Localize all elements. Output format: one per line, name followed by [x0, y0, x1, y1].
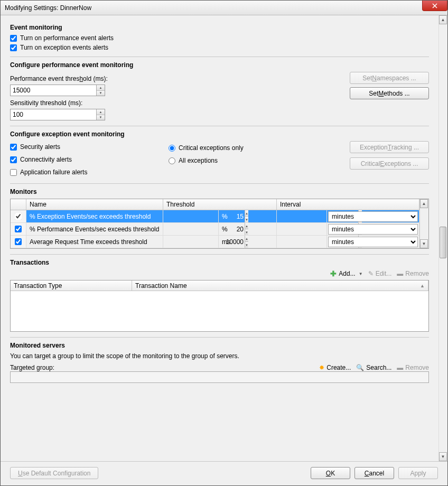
col-name[interactable]: Name	[26, 199, 163, 210]
remove-icon: ▬	[397, 270, 403, 277]
excep-alerts-checkbox[interactable]	[10, 44, 17, 51]
sensitivity-spinner[interactable]: ▲▼	[10, 109, 105, 120]
row-interval: ▲▼	[277, 223, 327, 235]
set-namespaces-button[interactable]: Set Namespaces ...	[350, 72, 429, 84]
search-group-button[interactable]: 🔍 Search...	[356, 364, 391, 371]
table-row[interactable]: % Performance Events/sec exceeds thresho…	[11, 223, 419, 236]
threshold-spinner[interactable]: ▲▼	[163, 236, 218, 248]
col-check	[11, 199, 26, 210]
critical-exceptions-button[interactable]: Critical Exceptions ...	[350, 157, 429, 170]
interval-spinner[interactable]: ▲▼	[277, 236, 326, 248]
row-name: % Exception Events/sec exceeds threshold	[26, 210, 163, 222]
interval-unit-select[interactable]: minutes	[328, 211, 418, 222]
all-exceptions-label: All exceptions	[179, 157, 218, 164]
divider	[10, 254, 429, 255]
scroll-up-icon[interactable]: ▲	[439, 15, 447, 24]
row-threshold: ▲▼	[163, 210, 219, 222]
connectivity-alerts-checkbox[interactable]	[10, 156, 17, 163]
window-title: Modifying Settings: DinnerNow	[5, 4, 91, 12]
interval-unit-select[interactable]: minutes	[328, 237, 418, 247]
divider	[10, 57, 429, 57]
col-threshold[interactable]: Threshold	[163, 199, 277, 210]
row-threshold-unit: %	[219, 210, 277, 222]
table-row[interactable]: % Exception Events/sec exceeds threshold…	[11, 210, 419, 223]
targeted-group-label: Targeted group:	[10, 364, 54, 371]
scroll-thumb[interactable]	[440, 227, 446, 258]
app-failure-alerts-checkbox[interactable]	[10, 169, 17, 176]
transactions-heading: Transactions	[10, 259, 429, 266]
add-transaction-button[interactable]: ✚ Add... ▼	[330, 269, 362, 278]
remove-group-button[interactable]: ▬ Remove	[397, 364, 429, 371]
col-transaction-name-label: Transaction Name	[135, 282, 187, 289]
remove-icon: ▬	[397, 364, 403, 371]
row-interval: ▲▼	[277, 210, 327, 222]
perf-threshold-input[interactable]	[11, 85, 96, 96]
row-checkbox[interactable]	[15, 213, 22, 220]
edit-transaction-button[interactable]: ✎ Edit...	[368, 270, 392, 277]
spinner-buttons[interactable]: ▲▼	[96, 85, 105, 96]
interval-spinner[interactable]: ▲▼	[277, 210, 326, 222]
table-row[interactable]: Average Request Time exceeds threshold▲▼…	[11, 236, 419, 248]
use-default-config-button[interactable]: Use Default Configuration	[10, 467, 98, 479]
app-failure-alerts-label: Application failure alerts	[20, 169, 87, 176]
threshold-spinner[interactable]: ▲▼	[163, 223, 218, 235]
col-transaction-name[interactable]: Transaction Name ▲	[132, 281, 428, 291]
interval-unit-select[interactable]: minutes	[328, 224, 418, 235]
all-exceptions-radio[interactable]	[169, 157, 175, 164]
connectivity-alerts-label: Connectivity alerts	[20, 156, 72, 163]
create-label: Create...	[326, 364, 351, 371]
monitored-servers-heading: Monitored servers	[10, 342, 429, 349]
security-alerts-label: Security alerts	[20, 143, 60, 151]
col-interval[interactable]: Interval	[277, 199, 419, 210]
security-alerts-checkbox[interactable]	[10, 144, 17, 151]
excep-config-heading: Configure exception event monitoring	[10, 130, 429, 138]
row-interval-unit: minutes	[327, 236, 419, 248]
main-scrollbar[interactable]: ▲ ▼	[438, 15, 447, 461]
close-button[interactable]	[422, 1, 447, 11]
add-label: Add...	[339, 270, 355, 277]
targeted-group-input[interactable]	[10, 371, 429, 383]
edit-label: Edit...	[376, 270, 392, 277]
row-interval: ▲▼	[277, 236, 327, 248]
excep-alerts-label: Turn on exception events alerts	[20, 44, 108, 51]
row-threshold-unit: ms	[219, 236, 277, 248]
dialog-window: Modifying Settings: DinnerNow Event moni…	[0, 0, 448, 486]
row-checkbox[interactable]	[15, 226, 22, 232]
cancel-button[interactable]: Cancel	[354, 467, 394, 479]
col-transaction-type[interactable]: Transaction Type	[11, 281, 132, 291]
scroll-up-icon[interactable]: ▲	[420, 199, 428, 208]
row-name: % Performance Events/sec exceeds thresho…	[26, 223, 163, 235]
create-group-button[interactable]: ✸ Create...	[319, 364, 351, 371]
titlebar: Modifying Settings: DinnerNow	[1, 1, 447, 15]
row-threshold: ▲▼	[163, 223, 219, 235]
sensitivity-input[interactable]	[11, 109, 96, 120]
exception-tracking-button[interactable]: Exception Tracking ...	[350, 141, 429, 153]
critical-only-radio[interactable]	[169, 145, 175, 152]
row-interval-unit: minutes	[327, 210, 419, 222]
monitored-servers-desc: You can target a group to limit the scop…	[10, 352, 429, 360]
monitors-heading: Monitors	[10, 188, 429, 195]
set-methods-button[interactable]: Set Methods ...	[350, 87, 429, 99]
remove-transaction-button[interactable]: ▬ Remove	[397, 270, 429, 277]
monitors-scrollbar[interactable]: ▲ ▼	[419, 199, 428, 248]
perf-alerts-checkbox[interactable]	[10, 35, 17, 42]
scroll-down-icon[interactable]: ▼	[439, 452, 447, 461]
plus-icon: ✚	[330, 269, 337, 278]
close-icon	[432, 3, 437, 8]
scroll-down-icon[interactable]: ▼	[420, 239, 428, 248]
dialog-footer: Use Default Configuration OK Cancel Appl…	[1, 461, 447, 485]
interval-spinner[interactable]: ▲▼	[277, 223, 326, 235]
row-checkbox[interactable]	[15, 238, 22, 245]
divider	[10, 337, 429, 338]
content-area: Event monitoring Turn on performance eve…	[1, 15, 438, 461]
ok-button[interactable]: OK	[311, 467, 350, 479]
apply-button[interactable]: Apply	[398, 467, 438, 479]
row-check-cell	[11, 223, 26, 235]
row-name: Average Request Time exceeds threshold	[26, 236, 163, 248]
divider	[10, 126, 429, 126]
perf-threshold-spinner[interactable]: ▲▼	[10, 85, 105, 96]
perf-alerts-label: Turn on performance event alerts	[20, 34, 114, 42]
threshold-spinner[interactable]: ▲▼	[163, 210, 218, 222]
star-icon: ✸	[319, 364, 324, 371]
spinner-buttons[interactable]: ▲▼	[96, 109, 105, 120]
